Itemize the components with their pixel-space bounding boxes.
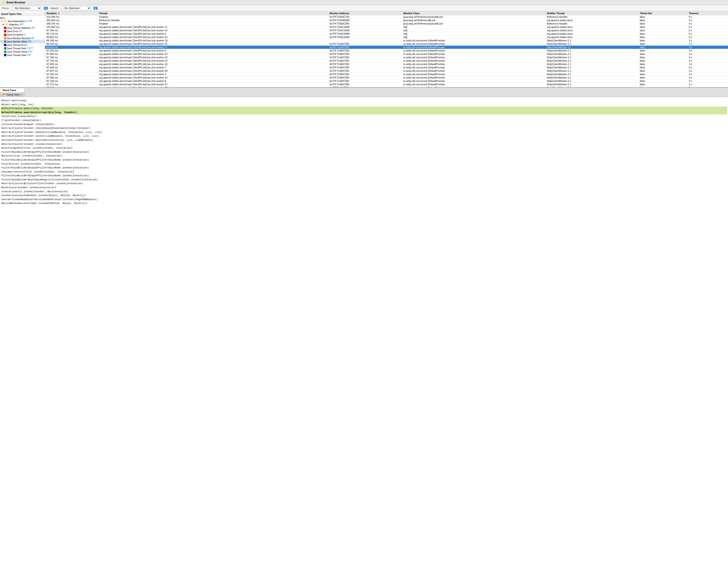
- cell-duration: 87.272 ms: [45, 83, 98, 86]
- table-row[interactable]: 87.648 msorg.apache.dubbo.benchmark.Clie…: [45, 66, 728, 69]
- cell-monitor_class: int[]: [402, 32, 545, 36]
- col-notifier-thread[interactable]: Notifier Thread: [545, 11, 638, 15]
- table-row[interactable]: 87.365 msorg.apache.dubbo.benchmark.Clie…: [45, 76, 728, 79]
- cell-monitor_class: io.netty.util.concurrent.DefaultPromise: [402, 59, 545, 63]
- table-row[interactable]: 88.268 msorg.apache.dubbo.benchmark.Clie…: [45, 39, 728, 42]
- cell-timeout: 3 s: [687, 76, 728, 79]
- cell-timeout: 3 s: [687, 39, 728, 42]
- cell-notifier_thread: NettyClientWorker-2-1: [545, 56, 638, 59]
- cell-timed_out: false: [639, 83, 688, 86]
- table-row[interactable]: 400.904 msReference Handler0x7FF71583B2B…: [45, 19, 728, 22]
- table-row[interactable]: 97.196 msorg.apache.dubbo.benchmark.Clie…: [45, 29, 728, 32]
- col-thread[interactable]: Thread: [98, 11, 328, 15]
- table-row[interactable]: 88.228 msorg.apache.dubbo.benchmark.Clie…: [45, 42, 728, 46]
- table-row[interactable]: 87.882 msorg.apache.dubbo.benchmark.Clie…: [45, 52, 728, 56]
- tree-item-java[interactable]: java: [0, 16, 45, 19]
- cell-monitor_address: 0x7FF714A97350: [328, 42, 402, 46]
- cell-timed_out: false: [639, 25, 688, 29]
- stack-line: NativeMethodAccessorImpl.invoke0(Method,…: [1, 201, 727, 206]
- table-row[interactable]: 87.318 msorg.apache.dubbo.benchmark.Clie…: [45, 79, 728, 83]
- stack-line: InvokerInvocationHandler.invoke(Object, …: [1, 194, 727, 198]
- cell-notifier_thread: NettyClientWorker-2-1: [545, 59, 638, 63]
- cell-monitor_class: io.netty.util.concurrent.DefaultPromise: [402, 63, 545, 66]
- focus-select[interactable]: <No Selection>: [12, 6, 41, 10]
- close-tab-button[interactable]: ✕: [20, 93, 22, 96]
- cell-thread: org.apache.dubbo.benchmark.ClientPb.list…: [98, 52, 328, 56]
- stack-line: AbstractCluster$ClusterFilterInvoker.inv…: [1, 182, 727, 186]
- tree-item-java-monitor-wait[interactable]: Java Monitor Wait 102: [0, 40, 45, 43]
- cell-duration: 87.607 ms: [45, 69, 98, 73]
- cell-monitor_class: io.netty.util.concurrent.DefaultPromise: [402, 66, 545, 69]
- table-row[interactable]: 87.272 msorg.apache.dubbo.benchmark.Clie…: [45, 83, 728, 86]
- cell-timeout: 3 s: [687, 79, 728, 83]
- cell-monitor_class: int[]: [402, 25, 545, 29]
- col-duration[interactable]: Duration ▼: [45, 11, 98, 15]
- tab-bar: Stack Trace🔥Flame View✕: [0, 88, 728, 97]
- cell-thread: org.apache.dubbo.benchmark.ClientPb.list…: [98, 79, 328, 83]
- stack-line: Object.wait(long): [1, 99, 727, 103]
- table-row[interactable]: 87.520 msorg.apache.dubbo.benchmark.Clie…: [45, 73, 728, 76]
- stack-content[interactable]: Object.wait(long)Object.wait(long, int)D…: [0, 97, 728, 568]
- cell-timed_out: false: [639, 66, 688, 69]
- cell-monitor_class: io.netty.util.concurrent.DefaultPromise: [402, 56, 545, 59]
- cell-thread: org.apache.dubbo.benchmark.ClientPb.list…: [98, 63, 328, 66]
- table-row[interactable]: 89.962 msorg.apache.dubbo.benchmark.Clie…: [45, 36, 728, 39]
- tree-item-java-thread-end[interactable]: Java Thread End 0: [0, 43, 45, 47]
- col-timed-out[interactable]: Timed Out: [639, 11, 688, 15]
- cell-notifier_thread: Reference Handler: [545, 22, 638, 25]
- col-monitor-address[interactable]: Monitor Address: [328, 11, 402, 15]
- table-row[interactable]: 514.280 msFinalizer0x7FF71583C750java.la…: [45, 15, 728, 19]
- cell-thread: Reference Handler: [98, 19, 328, 22]
- cell-thread: org.apache.dubbo.benchmark.ClientPb.list…: [98, 69, 328, 73]
- cell-duration: 87.786 ms: [45, 56, 98, 59]
- aspect-dropdown-button[interactable]: ▼: [94, 7, 98, 10]
- table-row[interactable]: 88.020 msorg.apache.dubbo.benchmark.Clie…: [45, 46, 728, 49]
- tree-item-java-app[interactable]: ▶ 📁Java Application 3,239: [0, 19, 45, 23]
- cell-thread: org.apache.dubbo.benchmark.ClientPb.list…: [98, 56, 328, 59]
- cell-duration: 88.020 ms: [45, 46, 98, 49]
- table-row[interactable]: 101.062 msorg.apache.dubbo.benchmark.Cli…: [45, 25, 728, 29]
- cell-timed_out: false: [639, 59, 688, 63]
- stack-lines: Object.wait(long)Object.wait(long, int)D…: [1, 99, 727, 206]
- table-panel[interactable]: Duration ▼ Thread Monitor Address Monito…: [45, 11, 728, 87]
- tree-item-java-thread-park[interactable]: Java Thread Park 1,877: [0, 47, 45, 50]
- table-row[interactable]: 87.932 msorg.apache.dubbo.benchmark.Clie…: [45, 49, 728, 52]
- tree-item-statistics[interactable]: ▶ 📁Statistics 347: [0, 23, 45, 26]
- table-row[interactable]: 87.186 msorg.apache.dubbo.benchmark.Clie…: [45, 86, 728, 87]
- col-timeout[interactable]: Timeout: [687, 11, 728, 15]
- cell-thread: org.apache.dubbo.benchmark.ClientPb.list…: [98, 73, 328, 76]
- tree-item-java-thread-stats[interactable]: Java Thread Statistics 29: [0, 26, 45, 29]
- cell-monitor_address: 0x7FF714A97350: [328, 66, 402, 69]
- tree-item-java-thread-sleep[interactable]: Java Thread Sleep 611: [0, 50, 45, 53]
- table-row[interactable]: 87.683 msorg.apache.dubbo.benchmark.Clie…: [45, 63, 728, 66]
- cell-timed_out: false: [639, 69, 688, 73]
- focus-dropdown-button[interactable]: ▼: [44, 7, 48, 10]
- stack-line: MonitorFilter.invoke(Invoker, Invocation…: [1, 154, 727, 158]
- cell-monitor_address: 0x7FF71583C750: [328, 15, 402, 19]
- lower-section: Stack Trace🔥Flame View✕ Object.wait(long…: [0, 88, 728, 568]
- cell-monitor_class: io.netty.util.concurrent.DefaultPromise: [402, 79, 545, 83]
- tab-flame-view[interactable]: 🔥Flame View✕: [0, 92, 25, 97]
- tab-stack-trace[interactable]: Stack Trace: [0, 88, 25, 92]
- table-row[interactable]: 87.607 msorg.apache.dubbo.benchmark.Clie…: [45, 69, 728, 73]
- aspect-select[interactable]: <No Selection>: [62, 6, 91, 10]
- col-monitor-class[interactable]: Monitor Class: [402, 11, 545, 15]
- tree-item-java-exception[interactable]: Java Exception 0: [0, 33, 45, 36]
- table-row[interactable]: 87.734 msorg.apache.dubbo.benchmark.Clie…: [45, 59, 728, 63]
- cell-duration: 87.186 ms: [45, 86, 98, 87]
- tree-item-java-thread-start[interactable]: Java Thread Start 247: [0, 53, 45, 57]
- cell-monitor_address: 0x7FF71583B2B0: [328, 19, 402, 22]
- stack-line: Connection.isAvailable(): [1, 114, 727, 119]
- table-row[interactable]: 399.797 msFinalizer0x7FF71583C800java.la…: [45, 22, 728, 25]
- cell-notifier_thread: Reference Handler: [545, 15, 638, 19]
- table-row[interactable]: 87.786 msorg.apache.dubbo.benchmark.Clie…: [45, 56, 728, 59]
- cell-thread: org.apache.dubbo.benchmark.ClientPb.list…: [98, 46, 328, 49]
- cell-notifier_thread: NettyClientWorker-2-1: [545, 83, 638, 86]
- stack-line: FilterChainBuilder$CopyOfFilterChainNode…: [1, 150, 727, 154]
- table-row[interactable]: 95.719 msorg.apache.dubbo.benchmark.Clie…: [45, 32, 728, 36]
- tree-item-java-monitor-blocked[interactable]: Java Monitor Blocked 35: [0, 36, 45, 40]
- cell-duration: 87.734 ms: [45, 59, 98, 63]
- cell-notifier_thread: NettyClientWorker-2-1: [545, 66, 638, 69]
- cell-duration: 400.904 ms: [45, 19, 98, 22]
- tree-item-java-error[interactable]: Java Error 20: [0, 29, 45, 33]
